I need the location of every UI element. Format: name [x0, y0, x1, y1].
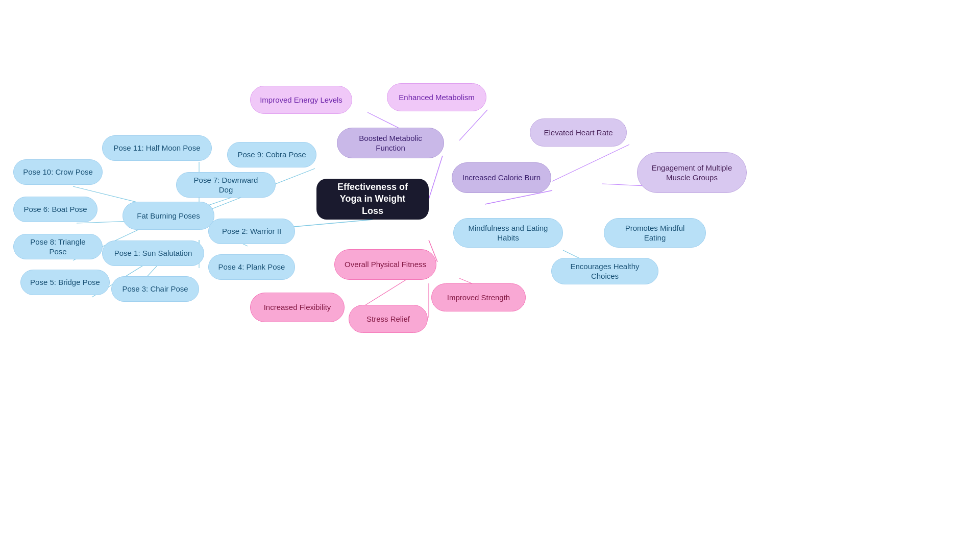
fat-burning-label: Fat Burning Poses	[137, 211, 200, 221]
healthy-node: Encourages Healthy Choices	[551, 258, 658, 284]
pose11-node: Pose 11: Half Moon Pose	[102, 135, 212, 161]
mindfulness-node: Mindfulness and Eating Habits	[453, 218, 563, 248]
center-label: Effectiveness of Yoga in Weight Loss	[326, 181, 420, 217]
pose6-label: Pose 6: Boat Pose	[23, 204, 87, 214]
metabolic-label: Boosted Metabolic Function	[347, 133, 434, 153]
fat-burning-node: Fat Burning Poses	[122, 202, 214, 230]
stress-node: Stress Relief	[349, 305, 428, 333]
pose5-label: Pose 5: Bridge Pose	[30, 277, 100, 287]
pose9-label: Pose 9: Cobra Pose	[237, 150, 306, 160]
strength-node: Improved Strength	[431, 283, 526, 311]
pose11-label: Pose 11: Half Moon Pose	[113, 143, 200, 153]
strength-label: Improved Strength	[447, 293, 510, 303]
pose3-node: Pose 3: Chair Pose	[111, 276, 199, 302]
pose6-node: Pose 6: Boat Pose	[13, 197, 97, 222]
energy-node: Improved Energy Levels	[250, 86, 352, 114]
metabolic-node: Boosted Metabolic Function	[337, 128, 444, 158]
center-node: Effectiveness of Yoga in Weight Loss	[316, 179, 429, 220]
calorie-label: Increased Calorie Burn	[462, 173, 541, 183]
pose1-label: Pose 1: Sun Salutation	[114, 248, 192, 258]
muscle-node: Engagement of Multiple Muscle Groups	[637, 152, 747, 193]
heart-label: Elevated Heart Rate	[544, 128, 612, 138]
svg-line-20	[552, 145, 629, 181]
healthy-label: Encourages Healthy Choices	[561, 261, 649, 281]
pose2-node: Pose 2: Warrior II	[208, 219, 295, 244]
muscle-label: Engagement of Multiple Muscle Groups	[647, 163, 737, 183]
pose8-label: Pose 8: Triangle Pose	[23, 237, 93, 257]
pose7-node: Pose 7: Downward Dog	[176, 172, 276, 198]
svg-line-24	[365, 278, 408, 305]
pose10-label: Pose 10: Crow Pose	[23, 167, 93, 177]
pose4-node: Pose 4: Plank Pose	[208, 254, 295, 280]
svg-line-19	[459, 110, 487, 140]
pose5-node: Pose 5: Bridge Pose	[20, 270, 110, 295]
calorie-node: Increased Calorie Burn	[452, 162, 551, 193]
pose2-label: Pose 2: Warrior II	[222, 226, 281, 236]
fitness-node: Overall Physical Fitness	[334, 249, 436, 280]
stress-label: Stress Relief	[366, 314, 410, 324]
enhanced-node: Enhanced Metabolism	[387, 83, 486, 111]
mindful-eating-label: Promotes Mindful Eating	[614, 223, 696, 243]
enhanced-label: Enhanced Metabolism	[399, 92, 474, 103]
pose1-node: Pose 1: Sun Salutation	[102, 241, 204, 266]
energy-label: Improved Energy Levels	[260, 95, 342, 105]
pose8-node: Pose 8: Triangle Pose	[13, 234, 103, 259]
heart-node: Elevated Heart Rate	[530, 118, 627, 147]
mindfulness-label: Mindfulness and Eating Habits	[463, 223, 553, 243]
pose4-label: Pose 4: Plank Pose	[218, 262, 285, 272]
pose9-node: Pose 9: Cobra Pose	[227, 142, 316, 167]
svg-line-1	[429, 156, 443, 199]
flexibility-label: Increased Flexibility	[264, 302, 331, 312]
fitness-label: Overall Physical Fitness	[345, 259, 426, 270]
pose7-label: Pose 7: Downward Dog	[186, 175, 266, 195]
pose3-label: Pose 3: Chair Pose	[122, 284, 188, 294]
flexibility-node: Increased Flexibility	[250, 293, 345, 322]
pose10-node: Pose 10: Crow Pose	[13, 159, 103, 185]
mindful-eating-node: Promotes Mindful Eating	[604, 218, 706, 248]
